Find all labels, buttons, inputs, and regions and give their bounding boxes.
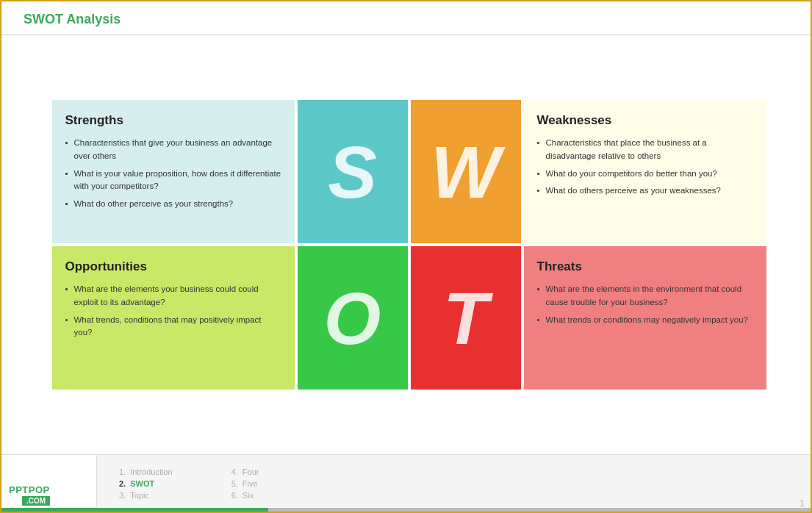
- nav-num-1: 1.: [119, 467, 126, 476]
- t-letter-cell: T: [411, 246, 521, 390]
- page-title: SWOT Analysis: [24, 12, 121, 26]
- page-number: 1: [781, 455, 811, 512]
- header: SWOT Analysis: [1, 1, 811, 35]
- nav-label-5: Five: [242, 479, 258, 488]
- progress-active: [1, 508, 268, 512]
- nav-label-3: Topic: [130, 491, 149, 500]
- nav-item-5[interactable]: 5. Five: [231, 479, 259, 488]
- threats-point-2: What trends or conditions may negatively…: [537, 314, 753, 327]
- bottom-nav: 1. Introduction 2. SWOT 3. Topic 4. Four: [97, 455, 781, 512]
- nav-item-2[interactable]: 2. SWOT: [119, 479, 173, 488]
- opportunities-cell: Opportunities What are the elements your…: [52, 246, 295, 390]
- t-letter: T: [443, 281, 488, 355]
- weaknesses-point-2: What do your competitors do better than …: [537, 168, 753, 181]
- opportunities-body: What are the elements your business coul…: [65, 283, 281, 340]
- nav-label-4: Four: [242, 467, 259, 476]
- content-area: Strengths Characteristics that give your…: [1, 35, 811, 454]
- opportunities-point-1: What are the elements your business coul…: [65, 283, 281, 309]
- logo-text: PPTPOP: [9, 484, 50, 495]
- nav-num-6: 6.: [231, 491, 238, 500]
- swot-grid: Strengths Characteristics that give your…: [52, 100, 761, 390]
- o-letter: O: [324, 281, 381, 355]
- strengths-point-3: What do other perceive as your strengths…: [65, 198, 281, 211]
- threats-point-1: What are the elements in the environment…: [537, 283, 753, 309]
- nav-num-5: 5.: [231, 479, 238, 488]
- nav-num-3: 3.: [119, 491, 126, 500]
- progress-bar: [1, 508, 811, 512]
- strengths-point-1: Characteristics that give your business …: [65, 137, 281, 163]
- nav-num-4: 4.: [231, 467, 238, 476]
- nav-col-2: 4. Four 5. Five 6. Six: [231, 467, 259, 500]
- main-container: SWOT Analysis Strengths Characteristics …: [1, 1, 811, 512]
- logo-badge: .COM: [22, 496, 50, 506]
- strengths-cell: Strengths Characteristics that give your…: [52, 100, 295, 243]
- s-letter: S: [328, 135, 377, 209]
- weaknesses-title: Weaknesses: [537, 113, 753, 128]
- w-letter-cell: W: [411, 100, 521, 243]
- nav-item-4[interactable]: 4. Four: [231, 467, 259, 476]
- nav-label-2: SWOT: [130, 479, 154, 488]
- threats-cell: Threats What are the elements in the env…: [524, 246, 766, 390]
- s-letter-cell: S: [298, 100, 408, 243]
- nav-item-1[interactable]: 1. Introduction: [119, 467, 173, 476]
- nav-item-6[interactable]: 6. Six: [231, 491, 259, 500]
- weaknesses-body: Characteristics that place the business …: [537, 137, 753, 198]
- threats-body: What are the elements in the environment…: [537, 283, 753, 326]
- nav-item-3[interactable]: 3. Topic: [119, 491, 173, 500]
- logo-area: PPTPOP .COM: [1, 455, 97, 512]
- strengths-body: Characteristics that give your business …: [65, 137, 281, 211]
- bottom-bar: PPTPOP .COM 1. Introduction 2. SWOT 3. T…: [1, 454, 811, 512]
- w-letter: W: [431, 135, 500, 209]
- progress-inactive: [268, 508, 811, 512]
- opportunities-title: Opportunities: [65, 259, 281, 274]
- weaknesses-point-1: Characteristics that place the business …: [537, 137, 753, 163]
- nav-num-2: 2.: [119, 479, 126, 488]
- nav-col-1: 1. Introduction 2. SWOT 3. Topic: [119, 467, 173, 500]
- strengths-title: Strengths: [65, 113, 281, 128]
- o-letter-cell: O: [298, 246, 408, 390]
- threats-title: Threats: [537, 259, 753, 274]
- strengths-point-2: What is your value proposition, how does…: [65, 168, 281, 194]
- weaknesses-point-3: What do others perceive as your weakness…: [537, 184, 753, 198]
- nav-label-1: Introduction: [130, 467, 172, 476]
- nav-label-6: Six: [242, 491, 254, 500]
- weaknesses-cell: Weaknesses Characteristics that place th…: [524, 100, 766, 243]
- opportunities-point-2: What trends, conditions that may positiv…: [65, 314, 281, 340]
